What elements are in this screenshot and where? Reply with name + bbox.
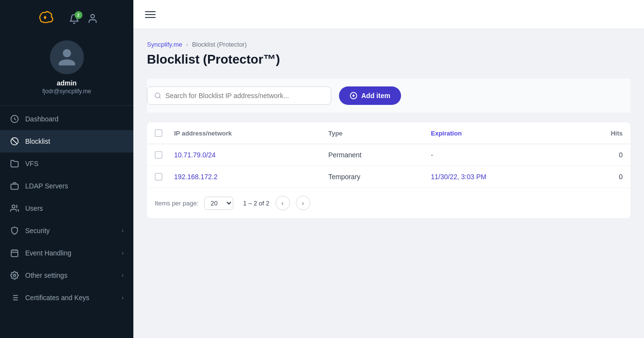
page-content: Syncplify.me › Blocklist (Protector) Blo…	[133, 29, 644, 338]
sidebar-item-label: Certificates and Keys	[25, 294, 116, 302]
user-email: fjodr@syncplify.me	[42, 88, 91, 95]
user-name: admin	[57, 79, 77, 87]
sidebar-item-certificates[interactable]: Certificates and Keys ›	[0, 287, 133, 309]
add-item-label: Add item	[361, 92, 390, 100]
notification-badge: 2	[75, 11, 82, 19]
search-icon	[154, 92, 161, 100]
sidebar-item-label: Security	[25, 227, 116, 235]
avatar-section: admin fjodr@syncplify.me	[0, 35, 133, 103]
prev-page-button[interactable]: ‹	[275, 196, 290, 210]
chevron-right-icon: ›	[122, 294, 124, 301]
cert-icon	[10, 293, 19, 303]
main-content: Syncplify.me › Blocklist (Protector) Blo…	[133, 0, 644, 338]
chevron-right-icon: ›	[122, 227, 124, 234]
sidebar-item-vfs[interactable]: VFS	[0, 152, 133, 175]
expiration-cell: -	[423, 144, 573, 166]
svg-point-5	[12, 205, 15, 208]
sidebar-item-label: Other settings	[25, 271, 116, 279]
expiration-cell: 11/30/22, 3:03 PM	[423, 166, 573, 188]
chevron-right-icon: ›	[122, 272, 124, 279]
next-page-button[interactable]: ›	[296, 196, 310, 210]
page-title: Blocklist (Protector™)	[147, 52, 630, 67]
blocklist-table: IP address/network Type Expiration Hits	[147, 122, 630, 218]
type-cell: Permanent	[321, 144, 423, 166]
type-cell: Temporary	[321, 166, 423, 188]
dashboard-icon	[10, 114, 19, 124]
user-menu-button[interactable]	[87, 13, 98, 26]
sidebar-item-event-handling[interactable]: Event Handling ›	[0, 242, 133, 264]
sidebar-item-other-settings[interactable]: Other settings ›	[0, 264, 133, 287]
page-info: 1 – 2 of 2	[243, 200, 269, 207]
sidebar-item-blocklist[interactable]: Blocklist	[0, 130, 133, 152]
sidebar-item-security[interactable]: Security ›	[0, 220, 133, 242]
row-checkbox[interactable]	[155, 151, 162, 159]
logo-icon	[36, 9, 54, 31]
breadcrumb-home[interactable]: Syncplify.me	[147, 41, 182, 48]
col-header-hits: Hits	[573, 122, 630, 144]
sidebar-item-label: VFS	[25, 160, 124, 168]
settings-icon	[10, 270, 19, 280]
col-header-expiration: Expiration	[423, 122, 573, 144]
row-checkbox[interactable]	[155, 173, 162, 181]
chevron-right-icon: ›	[122, 250, 124, 256]
sidebar-item-label: LDAP Servers	[25, 182, 124, 190]
ip-address-cell[interactable]: 192.168.172.2	[166, 166, 321, 188]
ldap-icon	[10, 181, 19, 191]
per-page-select[interactable]: 20 50 100	[204, 197, 233, 210]
svg-point-0	[91, 15, 94, 18]
toolbar: Add item	[147, 79, 630, 113]
block-icon	[10, 136, 19, 146]
topbar	[133, 0, 644, 29]
search-box	[147, 86, 331, 105]
folder-icon	[10, 159, 19, 169]
plus-circle-icon	[350, 92, 357, 100]
event-icon	[10, 248, 19, 258]
search-input[interactable]	[165, 92, 324, 100]
shield-icon	[10, 226, 19, 236]
pagination-bar: Items per page: 20 50 100 1 – 2 of 2 ‹ ›	[147, 187, 630, 218]
breadcrumb-separator: ›	[186, 41, 188, 48]
sidebar-item-dashboard[interactable]: Dashboard	[0, 108, 133, 130]
notifications-button[interactable]: 2	[69, 14, 80, 26]
svg-line-3	[12, 139, 17, 144]
add-item-button[interactable]: Add item	[339, 86, 401, 105]
sidebar-item-label: Users	[25, 204, 124, 212]
breadcrumb-current: Blocklist (Protector)	[192, 41, 247, 48]
ip-address-cell[interactable]: 10.71.79.0/24	[166, 144, 321, 166]
per-page-label: Items per page:	[155, 200, 198, 207]
avatar	[50, 40, 84, 74]
col-header-type: Type	[321, 122, 423, 144]
hits-cell: 0	[573, 166, 630, 188]
hits-cell: 0	[573, 144, 630, 166]
svg-rect-6	[11, 250, 18, 257]
sidebar-top: 2	[0, 0, 133, 35]
sidebar-item-label: Dashboard	[25, 115, 124, 123]
table-row: 192.168.172.2 Temporary 11/30/22, 3:03 P…	[147, 166, 630, 188]
users-icon	[10, 203, 19, 213]
select-all-checkbox[interactable]	[155, 129, 162, 137]
svg-point-10	[14, 274, 16, 277]
sidebar-item-label: Event Handling	[25, 249, 116, 257]
sidebar-item-users[interactable]: Users	[0, 197, 133, 220]
sidebar-item-label: Blocklist	[25, 137, 124, 145]
svg-point-17	[155, 93, 160, 98]
sidebar: 2 admin fjodr@syncplify.me Dashboar	[0, 0, 133, 338]
sidebar-icons: 2	[69, 13, 98, 26]
breadcrumb: Syncplify.me › Blocklist (Protector)	[147, 41, 630, 48]
sidebar-item-ldap[interactable]: LDAP Servers	[0, 175, 133, 197]
col-header-ip: IP address/network	[166, 122, 321, 144]
svg-rect-4	[11, 184, 18, 189]
hamburger-menu-button[interactable]	[145, 11, 156, 18]
table-row: 10.71.79.0/24 Permanent - 0	[147, 144, 630, 166]
